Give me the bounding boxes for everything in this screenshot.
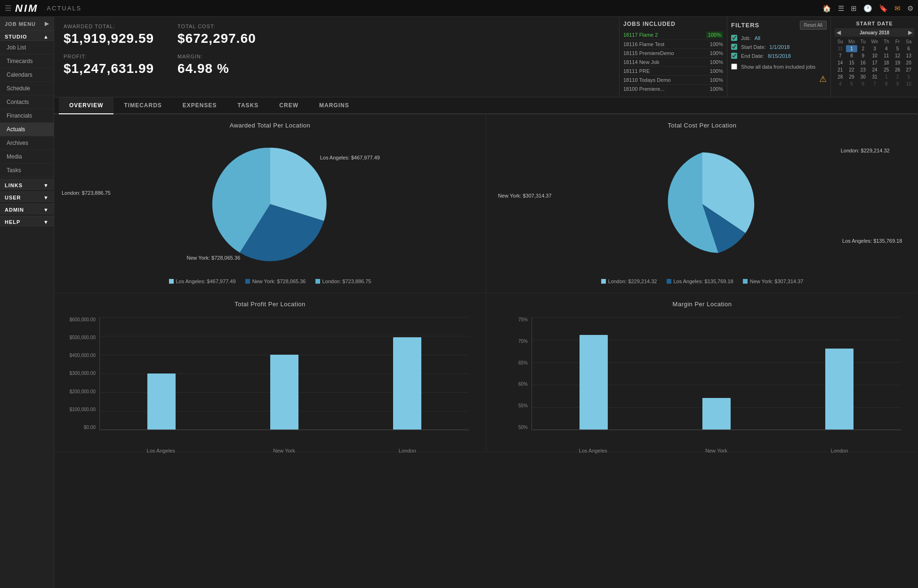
filter-start-check[interactable] [731, 44, 737, 50]
cal-day[interactable]: 9 [892, 80, 903, 87]
sidebar-item-actuals[interactable]: Actuals [0, 123, 54, 136]
sidebar-item-calendars[interactable]: Calendars [0, 68, 54, 82]
cal-day[interactable]: 18 [881, 59, 892, 66]
job-name-5: 18111 PRE [623, 68, 650, 74]
tab-crew[interactable]: CREW [269, 97, 309, 114]
cal-day[interactable]: 1 [846, 45, 858, 52]
gear-icon[interactable]: ⚙ [907, 4, 913, 13]
mail-icon[interactable]: ✉ [894, 4, 901, 13]
cal-header-mo: Mo [846, 38, 858, 45]
sidebar-item-schedule[interactable]: Schedule [0, 82, 54, 95]
cal-day[interactable]: 9 [857, 52, 869, 59]
cal-day[interactable]: 31 [869, 73, 881, 80]
cal-day[interactable]: 10 [869, 52, 881, 59]
awarded-london-label: London: $723,886.75 [62, 190, 111, 196]
home-icon[interactable]: 🏠 [822, 4, 831, 13]
tab-timecards[interactable]: TIMECARDS [113, 97, 172, 114]
job-name-7: 18100 Premiere... [623, 86, 664, 92]
total-cost-stat: TOTAL COST: $672,297.60 [177, 24, 256, 46]
margin-y-60: 60% [494, 381, 528, 387]
admin-section[interactable]: ADMIN ▼ [0, 204, 54, 214]
list-icon[interactable]: ☰ [838, 4, 844, 13]
cal-day[interactable]: 21 [835, 66, 846, 73]
cal-day[interactable]: 20 [903, 59, 914, 66]
cal-day[interactable]: 30 [857, 73, 869, 80]
cal-day[interactable]: 25 [881, 66, 892, 73]
profit-bar-london [346, 317, 469, 429]
cal-next-arrow[interactable]: ▶ [908, 29, 912, 36]
total-cost-pie-container: London: $229,214.32 Los Angeles: $135,76… [494, 134, 910, 275]
cal-day[interactable]: 7 [835, 52, 846, 59]
user-section[interactable]: USER ▼ [0, 191, 54, 202]
tab-overview[interactable]: OVERVIEW [59, 97, 113, 114]
cal-day[interactable]: 10 [903, 80, 914, 87]
tab-expenses[interactable]: EXPENSES [172, 97, 227, 114]
admin-arrow: ▼ [43, 207, 49, 213]
cal-day[interactable]: 5 [892, 45, 903, 52]
cal-day[interactable]: 16 [857, 59, 869, 66]
cal-day[interactable]: 17 [869, 59, 881, 66]
cal-day[interactable]: 2 [857, 45, 869, 52]
cal-day[interactable]: 12 [892, 52, 903, 59]
sidebar-item-media[interactable]: Media [0, 150, 54, 164]
cal-day[interactable]: 15 [846, 59, 858, 66]
cal-day[interactable]: 27 [903, 66, 914, 73]
job-row-7: 18100 Premiere... 100% [623, 85, 723, 93]
cal-day[interactable]: 6 [857, 80, 869, 87]
cal-day[interactable]: 8 [846, 52, 858, 59]
filter-end-check[interactable] [731, 53, 737, 59]
cal-day[interactable]: 4 [835, 80, 846, 87]
help-section[interactable]: HELP ▼ [0, 216, 54, 226]
job-name-4: 18114 New Job [623, 59, 659, 65]
cal-day[interactable]: 1 [881, 73, 892, 80]
cal-day[interactable]: 11 [881, 52, 892, 59]
cal-day[interactable]: 23 [857, 66, 869, 73]
cal-prev-arrow[interactable]: ◀ [837, 29, 841, 36]
sidebar-item-job-list[interactable]: Job List [0, 41, 54, 55]
job-row-5: 18111 PRE 100% [623, 67, 723, 76]
cal-day[interactable]: 13 [903, 52, 914, 59]
awarded-value: $1,919,929.59 [64, 31, 154, 46]
cal-day[interactable]: 31 [835, 45, 846, 52]
sidebar-item-tasks[interactable]: Tasks [0, 164, 54, 177]
cal-day[interactable]: 8 [881, 80, 892, 87]
cal-day[interactable]: 4 [881, 45, 892, 52]
cal-day[interactable]: 14 [835, 59, 846, 66]
clock-icon[interactable]: 🕐 [863, 4, 872, 13]
cal-day[interactable]: 2 [892, 73, 903, 80]
links-label: LINKS [5, 183, 23, 188]
sidebar-item-archives[interactable]: Archives [0, 136, 54, 150]
tab-margins[interactable]: MARGINS [309, 97, 360, 114]
job-menu[interactable]: JOB MENU ▶ [0, 17, 54, 31]
filter-show-all: Show all data from included jobs [731, 62, 827, 71]
job-pct-4: 100% [710, 59, 723, 65]
cal-day[interactable]: 29 [846, 73, 858, 80]
cal-day[interactable]: 19 [892, 59, 903, 66]
filters: FILTERS Reset All Job: All Start Date: 1… [727, 17, 831, 97]
pie-charts-row: Awarded Total Per Location [54, 114, 918, 293]
bookmark-icon[interactable]: 🔖 [879, 4, 888, 13]
sidebar-item-timecards[interactable]: Timecards [0, 55, 54, 68]
cal-day[interactable]: 24 [869, 66, 881, 73]
filter-show-all-check[interactable] [731, 64, 737, 70]
filter-job-label: Job: [741, 35, 751, 41]
awarded-ny-label: New York: $728,065.36 [187, 255, 241, 261]
cal-day[interactable]: 28 [835, 73, 846, 80]
sidebar-item-financials[interactable]: Financials [0, 109, 54, 123]
legend-london-dot [315, 279, 320, 284]
tab-tasks[interactable]: TASKS [227, 97, 269, 114]
cal-day[interactable]: 7 [869, 80, 881, 87]
sidebar-item-contacts[interactable]: Contacts [0, 95, 54, 109]
links-section[interactable]: LINKS ▼ [0, 179, 54, 190]
reset-all-button[interactable]: Reset All [800, 21, 827, 30]
app-logo: NIM [15, 2, 38, 15]
cal-day[interactable]: 26 [892, 66, 903, 73]
cal-day[interactable]: 5 [846, 80, 858, 87]
cal-day[interactable]: 22 [846, 66, 858, 73]
filter-job-check[interactable] [731, 35, 737, 41]
cal-day[interactable]: 3 [903, 73, 914, 80]
cal-day[interactable]: 6 [903, 45, 914, 52]
cal-day[interactable]: 3 [869, 45, 881, 52]
grid-icon[interactable]: ⊞ [851, 4, 857, 13]
studio-section[interactable]: STUDIO ▲ [0, 31, 54, 41]
